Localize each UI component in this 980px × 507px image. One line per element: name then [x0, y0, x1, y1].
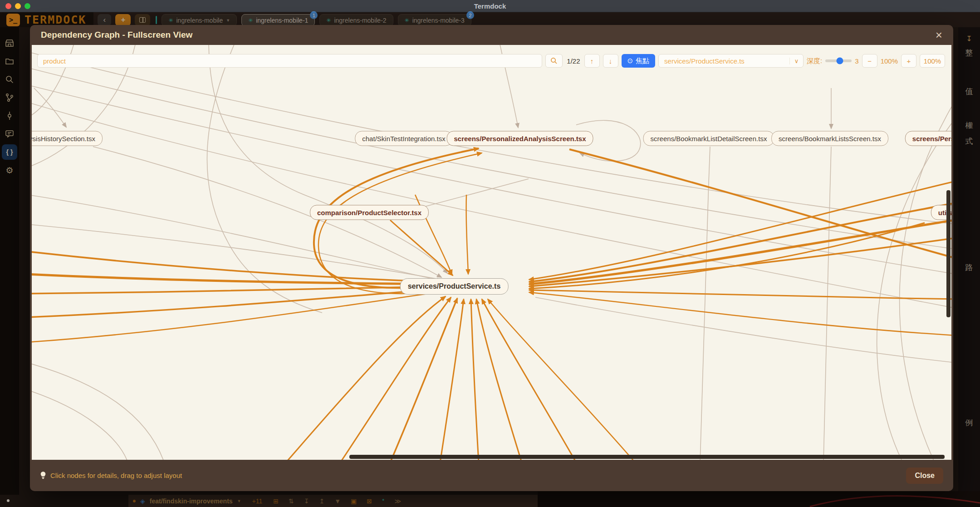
graph-toolbar: 1/22 ↑ ↓ ⊙ 焦點 services/ProductService.ts… — [37, 54, 945, 68]
depth-slider-thumb[interactable] — [837, 58, 843, 64]
graph-node-bookmark-detail[interactable]: screens/BookmarkListDetailScreen.tsx — [643, 131, 774, 146]
search-button[interactable] — [545, 54, 563, 68]
modal-header: Dependency Graph - Fullscreen View × — [30, 25, 953, 45]
zoom-out-button[interactable]: − — [862, 54, 877, 68]
graph-node-analysis-history[interactable]: AnalysisHistorySection.tsx — [32, 131, 103, 146]
focus-label: 焦點 — [636, 57, 649, 65]
window-title: Termdock — [0, 2, 980, 10]
zoom-reset-button[interactable]: 100% — [920, 54, 945, 68]
search-icon — [550, 57, 558, 64]
vertical-scrollbar[interactable] — [946, 190, 951, 317]
close-icon[interactable]: × — [936, 29, 942, 41]
focus-button[interactable]: ⊙ 焦點 — [622, 54, 656, 68]
graph-node-product-service[interactable]: services/ProductService.ts — [400, 278, 509, 295]
zoom-in-button[interactable]: + — [901, 54, 916, 68]
dependency-graph-modal: Dependency Graph - Fullscreen View × — [30, 25, 953, 491]
hint-text: Click nodes for details, drag to adjust … — [50, 472, 182, 479]
match-counter: 1/22 — [567, 57, 580, 65]
prev-match-button[interactable]: ↑ — [584, 54, 600, 68]
modal-footer: Click nodes for details, drag to adjust … — [30, 460, 953, 491]
graph-node-product-selector[interactable]: comparison/ProductSelector.tsx — [310, 205, 429, 220]
graph-node-personalized[interactable]: screens/PersonalizedAnalysisScreen.tsx — [447, 131, 593, 146]
focus-icon: ⊙ — [627, 57, 633, 65]
close-button[interactable]: Close — [906, 468, 943, 484]
app-root: Termdock >_ TERMDOCK ‹ + ✳ingrelens-mobi… — [0, 0, 980, 507]
zoom-percent: 100% — [881, 57, 898, 65]
lightbulb-icon — [40, 471, 46, 480]
depth-slider[interactable] — [825, 59, 852, 62]
next-match-button[interactable]: ↓ — [603, 54, 618, 68]
search-input[interactable] — [37, 54, 542, 68]
hint-text-row: Click nodes for details, drag to adjust … — [40, 471, 182, 480]
graph-node-bookmark-lists[interactable]: screens/BookmarkListsScreen.tsx — [771, 131, 888, 146]
node-select-value: services/ProductService.ts — [659, 57, 789, 65]
graph-canvas[interactable]: 1/22 ↑ ↓ ⊙ 焦點 services/ProductService.ts… — [32, 45, 951, 460]
chevron-down-icon: ∨ — [789, 58, 803, 64]
node-select[interactable]: services/ProductService.ts ∨ — [658, 54, 804, 68]
graph-node-personal-clipped[interactable]: screens/Personali — [905, 131, 951, 146]
depth-label: 深度: — [807, 57, 822, 65]
depth-value: 3 — [855, 57, 858, 65]
graph-node-skin-test[interactable]: chat/SkinTestIntegration.tsx — [355, 131, 452, 146]
graph-edges — [32, 45, 951, 460]
titlebar: Termdock — [0, 0, 980, 12]
modal-title: Dependency Graph - Fullscreen View — [41, 30, 192, 40]
horizontal-scrollbar[interactable] — [349, 455, 945, 459]
